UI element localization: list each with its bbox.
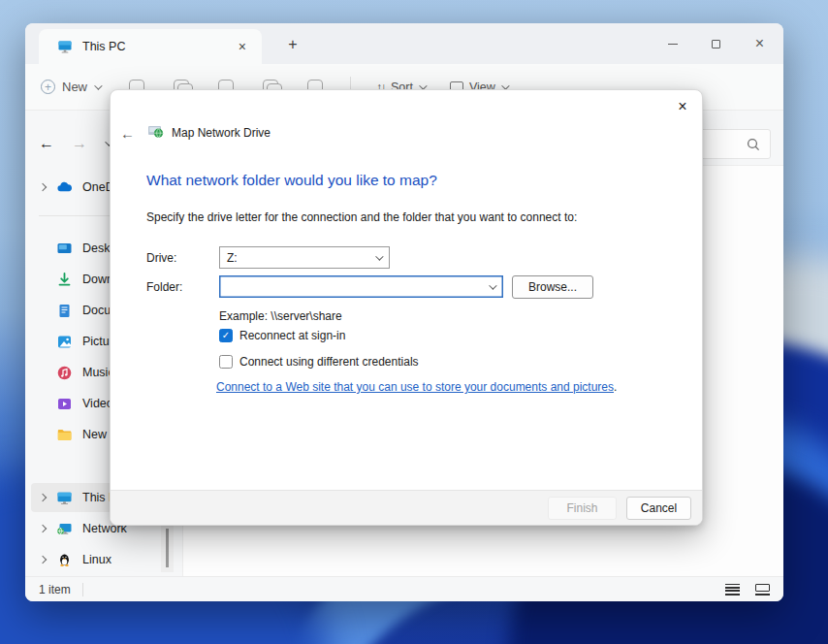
folder-icon [56, 427, 73, 443]
search-icon [747, 138, 760, 151]
dialog-close-button[interactable]: × [672, 96, 693, 117]
tab-strip: This PC × + × [25, 23, 783, 64]
back-button[interactable]: ← [39, 135, 54, 152]
dialog-header: ← Map Network Drive [120, 123, 271, 143]
chevron-down-icon [375, 252, 383, 260]
desktop-icon [56, 241, 73, 257]
expand-chevron-icon[interactable] [35, 526, 50, 531]
tab-close-icon[interactable]: × [235, 38, 250, 55]
map-network-drive-icon [147, 123, 164, 143]
onedrive-cloud-icon [56, 179, 73, 196]
expand-chevron-icon[interactable] [35, 557, 50, 563]
documents-icon [56, 303, 73, 319]
connect-web-site-link[interactable]: Connect to a Web site that you can use t… [216, 380, 614, 394]
reconnect-checkbox[interactable]: ✓ [219, 329, 233, 342]
plus-icon: + [41, 80, 55, 94]
music-icon [56, 365, 73, 381]
reconnect-checkbox-row: ✓ Reconnect at sign-in [219, 329, 345, 342]
dialog-title: Map Network Drive [172, 126, 271, 140]
tab-this-pc[interactable]: This PC × [39, 29, 262, 64]
items-count: 1 item [39, 583, 71, 596]
status-bar: 1 item [25, 576, 783, 601]
map-network-drive-dialog: × ← Map Network Drive What network folde… [110, 89, 703, 526]
pictures-icon [56, 334, 73, 350]
web-site-link-row: Connect to a Web site that you can use t… [216, 380, 617, 394]
status-divider [82, 583, 83, 596]
dialog-heading: What network folder would you like to ma… [146, 172, 437, 189]
link-suffix: . [614, 380, 617, 394]
linux-icon [56, 552, 73, 568]
credentials-checkbox-row: Connect using different credentials [219, 355, 419, 369]
reconnect-checkbox-label: Reconnect at sign-in [239, 329, 345, 342]
drive-selected-value: Z: [227, 251, 238, 265]
folder-combobox[interactable] [219, 275, 503, 298]
new-button[interactable]: + New [41, 80, 100, 94]
dialog-footer: Finish Cancel [111, 490, 702, 525]
dialog-back-button[interactable]: ← [120, 125, 142, 142]
forward-button[interactable]: → [72, 135, 87, 152]
drive-label: Drive: [146, 251, 176, 265]
videos-icon [56, 396, 73, 412]
this-pc-icon [56, 490, 73, 506]
tab-title: This PC [82, 40, 125, 53]
downloads-icon [56, 272, 73, 288]
dialog-subheading: Specify the drive letter for the connect… [146, 210, 577, 224]
example-text: Example: \\server\share [219, 309, 342, 323]
new-tab-button[interactable]: + [281, 33, 304, 56]
view-toggles [725, 584, 770, 596]
new-button-label: New [62, 80, 87, 94]
drive-select[interactable]: Z: [219, 246, 390, 269]
thumbnail-view-icon[interactable] [755, 584, 770, 596]
credentials-checkbox[interactable] [219, 355, 233, 369]
chevron-down-icon [94, 81, 102, 89]
window-controls: × [651, 23, 781, 64]
sidebar-item-linux[interactable]: Linux [25, 544, 178, 575]
cancel-button[interactable]: Cancel [626, 497, 691, 520]
browse-button[interactable]: Browse... [512, 275, 593, 299]
this-pc-tab-icon [56, 39, 73, 55]
credentials-checkbox-label: Connect using different credentials [239, 355, 419, 369]
expand-chevron-icon[interactable] [35, 495, 50, 500]
folder-label: Folder: [146, 280, 182, 294]
details-view-icon[interactable] [725, 584, 740, 596]
expand-chevron-icon[interactable] [35, 184, 50, 190]
network-icon [56, 521, 73, 537]
minimize-button[interactable] [651, 23, 694, 64]
minimize-icon [668, 44, 678, 45]
maximize-button[interactable] [694, 23, 738, 64]
chevron-down-icon [489, 281, 496, 289]
close-button[interactable]: × [738, 23, 781, 64]
maximize-icon [712, 40, 720, 48]
scrollbar-thumb[interactable] [166, 529, 169, 567]
finish-button[interactable]: Finish [548, 497, 617, 520]
